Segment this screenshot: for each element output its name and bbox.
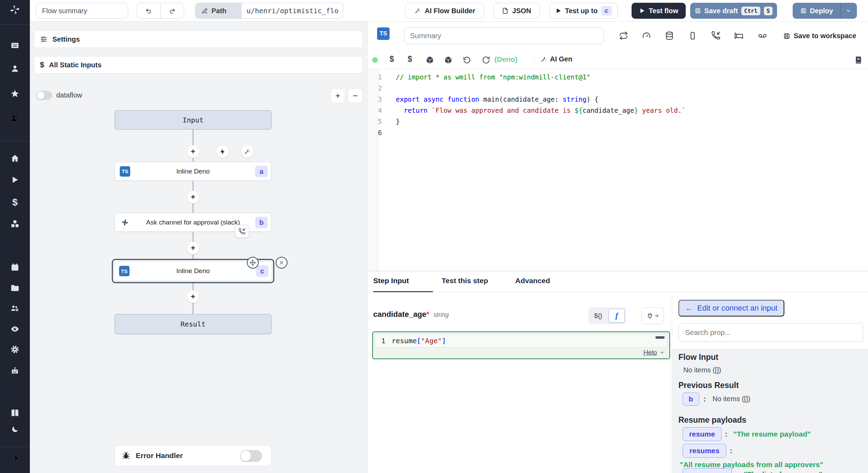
flow-node-a[interactable]: TS Inline Deno a (115, 162, 272, 181)
ai-gen-button[interactable]: AI Gen (540, 55, 572, 63)
dark-mode-moon-icon[interactable] (11, 425, 19, 435)
early-stop-gauge-icon[interactable] (642, 31, 651, 40)
add-step-button[interactable]: + (187, 242, 199, 254)
reload-refresh-icon[interactable] (482, 56, 490, 64)
variables-dollar-icon[interactable]: $ (12, 197, 18, 208)
flow-summary-input[interactable] (36, 3, 128, 19)
collapse-sidebar-arrow-icon[interactable] (10, 454, 19, 464)
retries-repeat-icon[interactable] (619, 31, 628, 40)
save-draft-button[interactable]: Save draft Ctrl S (690, 3, 777, 19)
kbd-ctrl: Ctrl (741, 7, 760, 15)
tab-step-input[interactable]: Step Input (373, 277, 409, 285)
prop-chip-resumes[interactable]: resumes (683, 444, 726, 458)
prop-chip-approvers[interactable]: approvers (683, 468, 732, 473)
colon: : (735, 470, 738, 473)
edit-or-connect-button[interactable]: ← Edit or connect an input (678, 300, 784, 316)
history-undo-icon[interactable] (463, 56, 471, 64)
move-node-button[interactable] (247, 257, 259, 269)
approvers-desc: "The list of approvers" (744, 470, 822, 473)
variable-dollar-icon[interactable]: $ (390, 54, 394, 64)
colon: : (725, 430, 727, 438)
prop-chip-b[interactable]: b (683, 392, 699, 406)
mock-rect-icon[interactable] (688, 31, 697, 40)
test-up-to-button[interactable]: Test up to c (549, 3, 618, 19)
arrow-right-icon (654, 313, 659, 318)
add-step-button[interactable]: + (187, 290, 199, 303)
json-button[interactable]: JSON (493, 3, 540, 19)
resource-dollar-icon[interactable]: $ (408, 54, 412, 64)
tab-advanced[interactable]: Advanced (515, 277, 550, 285)
delete-node-button[interactable] (276, 257, 287, 269)
schedules-calendar-icon[interactable] (10, 263, 19, 273)
package-cube-icon[interactable] (426, 56, 434, 64)
settings-gear-icon[interactable] (10, 345, 19, 355)
tab-test-this-step[interactable]: Test this step (442, 277, 488, 285)
zoom-out-button[interactable]: − (348, 88, 362, 103)
apps-icon[interactable] (10, 41, 19, 51)
node-label: Inline Deno (176, 168, 210, 175)
ai-wand-button[interactable] (241, 145, 253, 158)
divider (534, 56, 534, 64)
bug-icon (122, 451, 130, 460)
undo-button[interactable] (137, 3, 161, 18)
package-cube-icon[interactable] (444, 56, 452, 64)
path-field[interactable]: Path u/henri/optimistic_flo (195, 3, 344, 19)
static-mode-button[interactable]: ${} (589, 312, 608, 320)
favorites-star-icon[interactable] (10, 89, 19, 100)
prop-chip-resume[interactable]: resume (683, 427, 721, 441)
dataflow-toggle[interactable] (36, 91, 52, 100)
chevron-down-icon (845, 8, 852, 14)
runs-play-icon[interactable] (10, 175, 19, 186)
error-handler-toggle[interactable] (240, 450, 262, 462)
ai-flow-builder-button[interactable]: AI Flow Builder (405, 3, 484, 19)
folders-icon[interactable] (10, 284, 19, 294)
trigger-bolt-button[interactable] (216, 145, 229, 158)
all-static-inputs-bar[interactable]: $ All Static Inputs (34, 56, 363, 74)
save-icon (783, 33, 790, 40)
expression-editor[interactable]: 1 resume["Age"] Help (372, 331, 670, 359)
flow-node-input[interactable]: Input (115, 110, 272, 129)
error-handler-bar[interactable]: Error Handler (115, 445, 272, 466)
docs-book-icon[interactable] (10, 408, 19, 419)
code-editor[interactable]: 1// import * as wmill from "npm:windmill… (368, 71, 865, 138)
javascript-mode-button[interactable]: f (609, 309, 625, 323)
expr-scrollbar[interactable] (656, 336, 665, 339)
node-label: Ask channel for approval (slack) (146, 219, 240, 226)
workers-group-icon[interactable] (10, 304, 19, 314)
add-step-button[interactable]: + (187, 145, 199, 158)
deploy-dropdown-button[interactable] (841, 8, 857, 14)
deploy-button[interactable]: Deploy (793, 3, 857, 19)
save-to-workspace-button[interactable]: Save to workspace (783, 32, 856, 40)
zoom-in-button[interactable]: + (331, 88, 345, 103)
plug-icon (646, 312, 653, 319)
groups-icon[interactable] (10, 114, 19, 124)
settings-bar[interactable]: Settings (34, 31, 363, 48)
help-link[interactable]: Help (643, 349, 665, 356)
test-flow-button[interactable]: Test flow (632, 3, 686, 19)
audit-eye-icon[interactable] (10, 324, 19, 335)
windmill-logo-icon[interactable] (10, 5, 20, 16)
sleep-bed-icon[interactable] (734, 31, 743, 40)
dataflow-label: dataflow (56, 91, 82, 99)
flow-node-result[interactable]: Result (115, 314, 272, 334)
save-icon (695, 8, 701, 14)
undo-redo-group (137, 3, 184, 19)
suspend-phone-incoming-icon[interactable] (235, 225, 249, 238)
suspend-phone-incoming-icon[interactable] (711, 31, 720, 40)
home-icon[interactable] (10, 154, 19, 164)
redo-button[interactable] (161, 3, 184, 18)
input-mode-toggle-group: ${} f (589, 307, 626, 324)
user-icon[interactable] (10, 64, 19, 75)
add-step-button[interactable]: + (187, 191, 199, 203)
step-editor-panel: TS Save to workspace $ $ (Deno) AI Gen 1… (368, 22, 868, 473)
step-summary-input[interactable] (404, 27, 604, 44)
library-book-icon[interactable] (854, 56, 862, 64)
cache-database-icon[interactable] (665, 31, 674, 40)
connect-input-plug-button[interactable] (642, 307, 664, 324)
path-value[interactable]: u/henri/optimistic_flo (242, 3, 343, 18)
lifetime-voicemail-icon[interactable] (758, 31, 767, 40)
deno-label[interactable]: (Deno) (494, 55, 518, 64)
search-prop-input[interactable] (678, 323, 863, 342)
ai-robot-icon[interactable] (10, 366, 19, 377)
resources-cubes-icon[interactable] (10, 219, 19, 230)
